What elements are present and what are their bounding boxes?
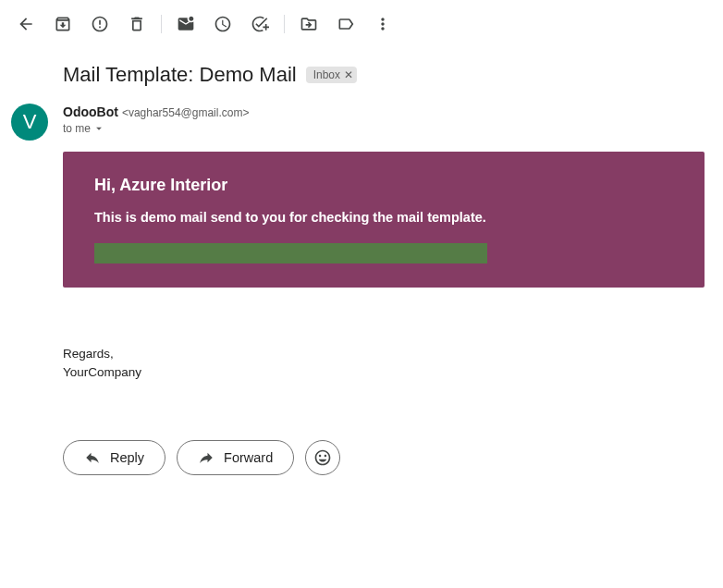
reply-button[interactable]: Reply — [63, 440, 165, 475]
recipient-dropdown[interactable]: to me — [63, 122, 714, 135]
subject: Mail Template: Demo Mail — [63, 63, 297, 87]
signature: Regards, YourCompany — [63, 345, 705, 383]
sender-line: OdooBot <vaghar554@gmail.com> — [63, 104, 714, 119]
green-bar — [94, 243, 487, 263]
more-vert-icon — [374, 15, 392, 33]
email-body: Hi, Azure Interior This is demo mail sen… — [63, 152, 705, 383]
mail-unread-icon — [177, 15, 195, 33]
delete-button[interactable] — [118, 6, 155, 43]
mark-unread-button[interactable] — [167, 6, 204, 43]
react-button[interactable] — [305, 440, 340, 475]
divider — [161, 15, 162, 33]
archive-button[interactable] — [44, 6, 81, 43]
arrow-back-icon — [17, 15, 35, 33]
sender-name[interactable]: OdooBot — [63, 104, 118, 119]
more-button[interactable] — [364, 6, 401, 43]
sender-email: <vaghar554@gmail.com> — [122, 106, 250, 119]
avatar[interactable]: V — [11, 104, 48, 141]
task-icon — [251, 15, 269, 33]
label-name: Inbox — [313, 68, 340, 81]
emoji-icon — [313, 448, 332, 467]
trash-icon — [128, 15, 146, 33]
clock-icon — [214, 15, 232, 33]
message-content: Mail Template: Demo Mail Inbox ✕ V OdooB… — [0, 63, 723, 475]
divider — [284, 15, 285, 33]
labels-button[interactable] — [327, 6, 364, 43]
folder-move-icon — [300, 15, 318, 33]
subject-row: Mail Template: Demo Mail Inbox ✕ — [63, 63, 714, 87]
add-task-button[interactable] — [241, 6, 278, 43]
sender-meta: OdooBot <vaghar554@gmail.com> to me — [63, 104, 714, 135]
move-to-button[interactable] — [290, 6, 327, 43]
remove-label-icon[interactable]: ✕ — [344, 69, 353, 80]
forward-icon — [198, 449, 214, 466]
signature-company: YourCompany — [63, 363, 705, 382]
toolbar — [0, 0, 723, 48]
recipient-text: to me — [63, 122, 91, 135]
chevron-down-icon — [92, 122, 105, 135]
spam-icon — [91, 15, 109, 33]
label-icon — [337, 15, 355, 33]
back-button[interactable] — [7, 6, 44, 43]
spam-button[interactable] — [81, 6, 118, 43]
reply-icon — [84, 449, 101, 466]
archive-icon — [54, 15, 72, 33]
forward-label: Forward — [224, 450, 273, 465]
action-buttons: Reply Forward — [63, 440, 714, 475]
label-chip[interactable]: Inbox ✕ — [306, 67, 357, 83]
reply-label: Reply — [110, 450, 144, 465]
card-message: This is demo mail send to you for checki… — [94, 210, 673, 225]
sender-row: V OdooBot <vaghar554@gmail.com> to me — [11, 104, 714, 141]
snooze-button[interactable] — [204, 6, 241, 43]
forward-button[interactable]: Forward — [177, 440, 294, 475]
mail-card: Hi, Azure Interior This is demo mail sen… — [63, 152, 705, 288]
signature-regards: Regards, — [63, 345, 705, 363]
card-greeting: Hi, Azure Interior — [94, 176, 673, 195]
